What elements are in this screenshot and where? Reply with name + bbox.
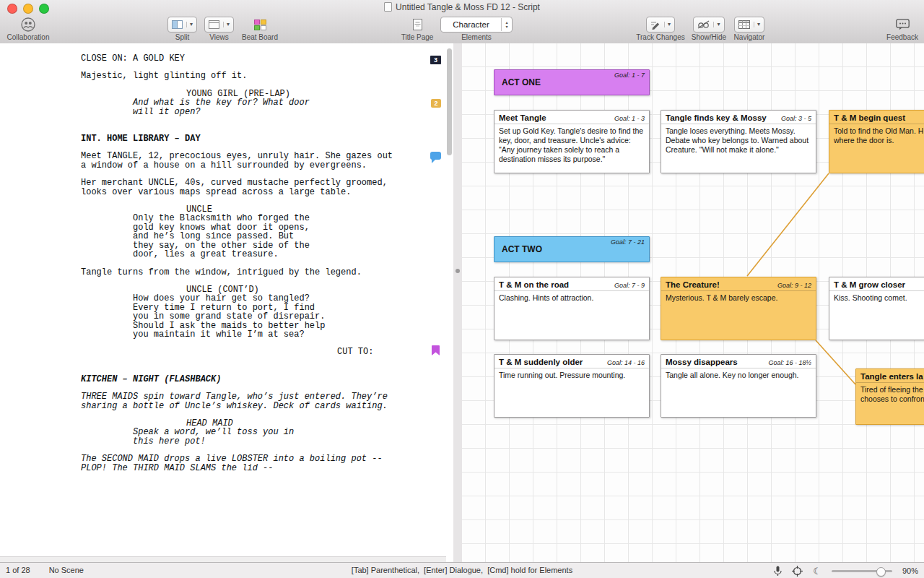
script-dialogue[interactable]: And what is the key for? What door will … [133,98,349,116]
bookmark-icon[interactable] [432,345,440,355]
beat-card[interactable]: The Creature! Goal: 9 - 12 Mysterious. T… [661,277,816,340]
split-label: Split [175,33,189,41]
views-icon [209,20,219,29]
script-scene-heading[interactable]: INT. HOME LIBRARY – DAY [81,134,420,143]
feedback-button[interactable]: Feedback [885,17,920,41]
track-changes-icon [650,20,661,30]
focus-target-icon[interactable] [792,566,803,577]
elements-dropdown[interactable]: Character ▴▾ [440,17,513,33]
beat-board-pane[interactable]: ACT ONE Goal: 1 - 7 Meet Tangle Goal: 1 … [462,43,924,562]
beat-card[interactable]: T & M suddenly older Goal: 14 - 16 Time … [494,354,650,418]
beat-card-goal: Goal: 7 - 9 [610,282,645,289]
beat-card[interactable]: T & M grow closer Kiss. Shooting comet. [829,277,924,340]
elements-stepper[interactable]: ▴▾ [501,18,512,31]
title-page-label: Title Page [401,33,434,41]
stepper-down-icon: ▾ [505,25,507,29]
zoom-level: 90% [902,566,918,575]
beat-card-body: Kiss. Shooting comet. [829,291,924,306]
beat-card-body: Mysterious. T & M barely escape. [661,291,816,306]
script-scrollbar[interactable] [446,45,453,555]
beat-card-goal: Goal: 9 - 12 [773,282,811,289]
beat-card-title: T & M suddenly older [499,358,583,366]
pane-divider-handle[interactable] [456,269,460,273]
script-action[interactable]: THREE MAIDS spin toward Tangle, who’s ju… [81,392,404,410]
beat-card-body: Time running out. Pressure mounting. [494,368,649,383]
show-hide-button[interactable]: ▾ Show/Hide [689,17,729,41]
act-card[interactable]: ACT ONE Goal: 1 - 7 [494,69,650,95]
script-transition[interactable]: CUT TO: [337,348,420,356]
split-icon [172,20,183,29]
script-scene-heading[interactable]: KITCHEN – NIGHT (FLASHBACK) [81,375,420,384]
zoom-slider-thumb[interactable] [876,567,886,577]
zoom-slider[interactable] [832,570,892,572]
beat-card[interactable]: Tangle finds key & Mossy Goal: 3 - 5 Tan… [661,110,816,173]
script-dialogue[interactable]: Only the Blacksmith who forged the gold … [133,214,349,259]
script-editor-pane[interactable]: CLOSE ON: A GOLD KEY Majestic, light gli… [0,43,454,562]
app-window: Untitled Tangle & Moss FD 12 - Script Co… [0,0,924,578]
beat-card-goal: Goal: 3 - 5 [777,115,811,122]
chevron-down-icon: ▾ [754,22,760,27]
beat-card-body: Tired of fleeing the chooses to confron [856,383,924,407]
beat-board-icon [254,17,266,33]
beat-card-goal: Goal: 16 - 18½ [764,359,811,366]
views-button[interactable]: ▾ Views [204,17,234,41]
dictation-microphone-icon[interactable] [774,566,782,577]
script-note-badge[interactable]: 2 [431,99,441,108]
act-goal: Goal: 7 - 21 [611,238,645,246]
beat-card-title: T & M on the road [499,280,569,289]
beat-board-label: Beat Board [242,33,278,41]
script-note-bubble-icon[interactable] [430,152,441,160]
beat-card-title: T & M grow closer [834,280,905,289]
show-hide-label: Show/Hide [692,33,726,41]
beat-card-title: Mossy disappears [666,358,738,366]
beat-board-button[interactable]: Beat Board [238,17,282,41]
beat-card[interactable]: Mossy disappears Goal: 16 - 18½ Tangle a… [661,354,816,418]
beat-card-title: T & M begin quest [834,113,905,122]
navigator-button[interactable]: ▾ Navigator [731,17,768,41]
beat-card[interactable]: T & M begin quest Told to find the Old M… [829,110,924,173]
elements-current-value: Character [441,20,501,29]
title-page-button[interactable]: Title Page [398,17,437,41]
collaboration-label: Collaboration [7,33,50,41]
beat-card-title: Meet Tangle [499,113,546,122]
elements-control: Character ▴▾ Elements [441,17,512,41]
script-scrollbar-thumb[interactable] [447,48,452,155]
act-title: ACT TWO [502,237,542,262]
views-label: Views [209,33,229,41]
window-title: Untitled Tangle & Moss FD 12 - Script [0,2,924,12]
split-button[interactable]: ▾ Split [167,17,197,41]
beat-card-body: Clashing. Hints of attraction. [494,291,649,306]
act-goal: Goal: 1 - 7 [614,72,645,79]
act-card[interactable]: ACT TWO Goal: 7 - 21 [494,236,650,262]
chevron-down-icon: ▾ [186,22,193,27]
beat-card[interactable]: Meet Tangle Goal: 1 - 3 Set up Gold Key.… [494,110,650,173]
chevron-down-icon: ▾ [713,22,720,27]
night-mode-moon-icon[interactable]: ☾ [813,566,821,577]
beat-card-title: Tangle finds key & Mossy [666,113,767,122]
scene-number-badge[interactable]: 3 [430,56,441,64]
script-action[interactable]: Her merchant UNCLE, 40s, curved mustache… [81,178,404,197]
navigator-label: Navigator [734,33,765,41]
act-title: ACT ONE [502,70,541,95]
track-changes-button[interactable]: ▾ Track Changes [638,17,683,41]
script-shot[interactable]: CLOSE ON: A GOLD KEY [81,54,420,63]
track-changes-label: Track Changes [636,33,684,41]
chevron-down-icon: ▾ [223,22,230,27]
collaboration-icon [19,17,37,33]
feedback-icon [896,17,910,33]
script-dialogue[interactable]: Speak a word, we’ll toss you in this her… [133,428,349,446]
navigator-icon [738,20,750,29]
collaboration-button[interactable]: Collaboration [6,17,51,41]
script-action[interactable]: Meet TANGLE, 12, precocious eyes, unruly… [81,152,404,170]
page-break [0,556,446,562]
beat-card-title: Tangle enters la [860,372,923,381]
beat-card[interactable]: Tangle enters la Tired of fleeing the ch… [855,368,924,425]
title-page-icon [413,17,422,33]
script-action[interactable]: Tangle turns from the window, intrigued … [81,268,404,277]
document-proxy-icon [384,2,392,12]
script-action[interactable]: Majestic, light glinting off it. [81,72,404,80]
beat-card[interactable]: T & M on the road Goal: 7 - 9 Clashing. … [494,277,650,340]
beat-card-body: Told to find the Old Man. H where the do… [829,124,924,148]
script-dialogue[interactable]: How does your hair get so tangled? Every… [133,294,349,339]
script-action[interactable]: The SECOND MAID drops a live LOBSTER int… [81,454,404,473]
